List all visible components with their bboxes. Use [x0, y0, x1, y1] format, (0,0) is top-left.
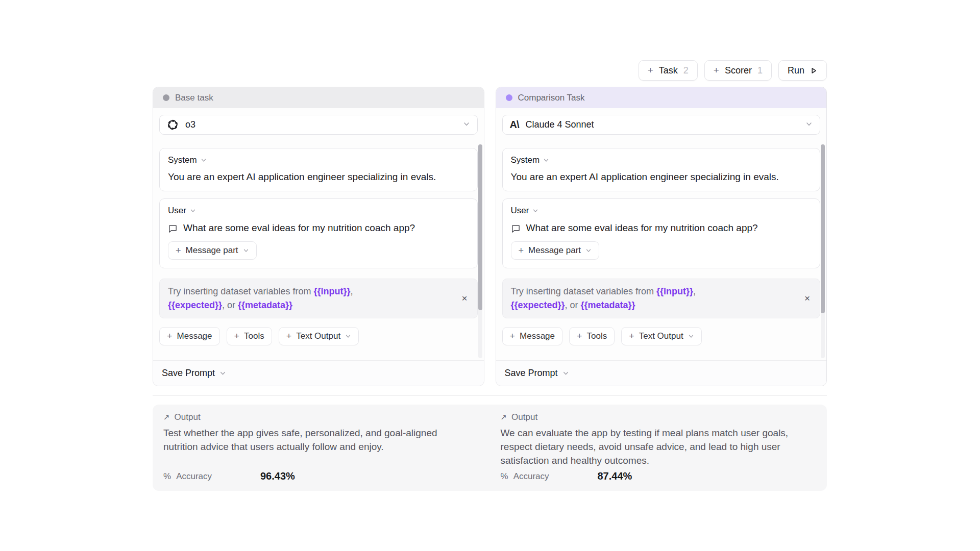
base-task-title: Base task — [175, 93, 213, 103]
close-icon[interactable]: × — [803, 293, 812, 304]
variable-expected-token[interactable]: {{expected}} — [511, 300, 565, 310]
plus-icon: + — [286, 331, 292, 342]
chevron-down-icon — [345, 333, 351, 339]
toolbar: + Task 2 + Scorer 1 Run — [639, 60, 827, 81]
model-name: o3 — [185, 119, 195, 130]
add-message-part-label: Message part — [528, 245, 581, 256]
chevron-down-icon[interactable] — [543, 157, 549, 163]
task-panels: Base task o3 — [153, 87, 827, 386]
model-selector[interactable]: A\ Claude 4 Sonnet — [502, 115, 821, 135]
system-message-block: System You are an expert AI application … — [159, 148, 478, 191]
scrollbar-thumb[interactable] — [821, 144, 825, 313]
add-message-label: Message — [520, 331, 555, 341]
message-bubble-icon — [511, 223, 521, 233]
task-dot-icon — [163, 94, 169, 101]
percent-icon: % — [501, 471, 508, 482]
add-tools-label: Tools — [244, 331, 264, 341]
task-count-badge: 2 — [683, 65, 689, 76]
percent-icon: % — [163, 471, 171, 482]
add-text-output-button[interactable]: + Text Output — [621, 327, 701, 345]
add-message-part-button[interactable]: + Message part — [168, 241, 257, 260]
variable-input-token[interactable]: {{input}} — [313, 286, 350, 296]
run-label: Run — [788, 65, 804, 76]
add-message-button[interactable]: + Message — [502, 327, 563, 345]
add-tools-label: Tools — [587, 331, 607, 341]
add-text-output-label: Text Output — [639, 331, 683, 341]
variable-metadata-token[interactable]: {{metadata}} — [581, 300, 635, 310]
hint-sep: , — [350, 286, 353, 296]
plus-icon: + — [167, 331, 173, 342]
message-bubble-icon — [168, 223, 178, 233]
save-prompt-button[interactable]: Save Prompt — [153, 360, 484, 386]
role-label: System — [168, 155, 197, 165]
plus-icon: + — [234, 331, 240, 342]
arrow-up-right-icon: ↗ — [163, 413, 170, 422]
add-tools-button[interactable]: + Tools — [569, 327, 615, 345]
chevron-down-icon[interactable] — [532, 208, 538, 214]
add-task-button[interactable]: + Task 2 — [639, 60, 698, 81]
plus-icon: + — [714, 65, 719, 76]
variable-input-token[interactable]: {{input}} — [656, 286, 693, 296]
chevron-down-icon[interactable] — [190, 208, 196, 214]
system-message-block: System You are an expert AI application … — [502, 148, 821, 191]
add-message-part-label: Message part — [186, 245, 238, 256]
variable-expected-token[interactable]: {{expected}} — [168, 300, 222, 310]
close-icon[interactable]: × — [460, 293, 469, 304]
accuracy-label: Accuracy — [513, 471, 549, 482]
output-text: We can evaluate the app by testing if me… — [501, 426, 807, 467]
add-tools-button[interactable]: + Tools — [227, 327, 272, 345]
add-actions-row: + Message + Tools + Text Output — [502, 327, 821, 345]
scrollbar-thumb[interactable] — [478, 144, 482, 310]
hint-text: Try inserting dataset variables from {{i… — [168, 285, 353, 312]
output-header: ↗ Output — [501, 412, 807, 422]
variable-metadata-token[interactable]: {{metadata}} — [238, 300, 292, 310]
chevron-down-icon — [219, 370, 226, 377]
output-header: ↗ Output — [163, 412, 470, 422]
system-message-text[interactable]: You are an expert AI application enginee… — [511, 171, 812, 183]
scrollbar[interactable] — [821, 144, 825, 358]
save-prompt-label: Save Prompt — [505, 368, 558, 379]
plus-icon: + — [519, 245, 524, 256]
add-scorer-button[interactable]: + Scorer 1 — [704, 60, 772, 81]
task-dot-icon — [506, 94, 512, 101]
add-actions-row: + Message + Tools + Text Output — [159, 327, 478, 345]
add-message-label: Message — [177, 331, 212, 341]
save-prompt-button[interactable]: Save Prompt — [496, 360, 827, 386]
accuracy-row: % Accuracy 87.44% — [501, 470, 807, 482]
base-task-header: Base task — [153, 87, 484, 108]
run-button[interactable]: Run — [778, 60, 827, 81]
plus-icon: + — [510, 331, 516, 342]
chevron-down-icon[interactable] — [201, 157, 207, 163]
user-message-block: User What are some eval ideas for my nut… — [159, 198, 478, 268]
chevron-down-icon — [805, 119, 813, 130]
user-message-text[interactable]: What are some eval ideas for my nutritio… — [183, 222, 415, 234]
role-row: System — [168, 155, 469, 165]
model-selector[interactable]: o3 — [159, 115, 478, 135]
accuracy-label-group: % Accuracy — [501, 471, 598, 482]
role-label: System — [511, 155, 540, 165]
accuracy-value: 87.44% — [598, 470, 632, 482]
add-task-label: Task — [659, 65, 678, 76]
user-message-text[interactable]: What are some eval ideas for my nutritio… — [526, 222, 758, 234]
chevron-down-icon — [688, 333, 694, 339]
comparison-output-column: ↗ Output We can evaluate the app by test… — [490, 405, 827, 491]
role-row: User — [511, 206, 812, 216]
hint-lead: Try inserting dataset variables from — [511, 286, 656, 296]
model-name: Claude 4 Sonnet — [526, 119, 594, 130]
dataset-variables-hint: Try inserting dataset variables from {{i… — [502, 279, 821, 318]
add-message-part-button[interactable]: + Message part — [511, 241, 600, 260]
chevron-down-icon — [243, 247, 249, 254]
output-label: Output — [175, 412, 201, 422]
scrollbar[interactable] — [478, 144, 482, 358]
section-divider — [153, 395, 827, 396]
add-text-output-button[interactable]: + Text Output — [279, 327, 359, 345]
system-message-text[interactable]: You are an expert AI application enginee… — [168, 171, 469, 183]
base-task-body: o3 System You are an expert AI applicati… — [153, 108, 484, 360]
chevron-down-icon — [562, 370, 569, 377]
plus-icon: + — [176, 245, 181, 256]
add-scorer-label: Scorer — [725, 65, 752, 76]
comparison-task-body: A\ Claude 4 Sonnet System You are an exp… — [496, 108, 827, 360]
openai-logo-icon — [167, 119, 179, 131]
accuracy-label-group: % Accuracy — [163, 471, 260, 482]
add-message-button[interactable]: + Message — [159, 327, 220, 345]
